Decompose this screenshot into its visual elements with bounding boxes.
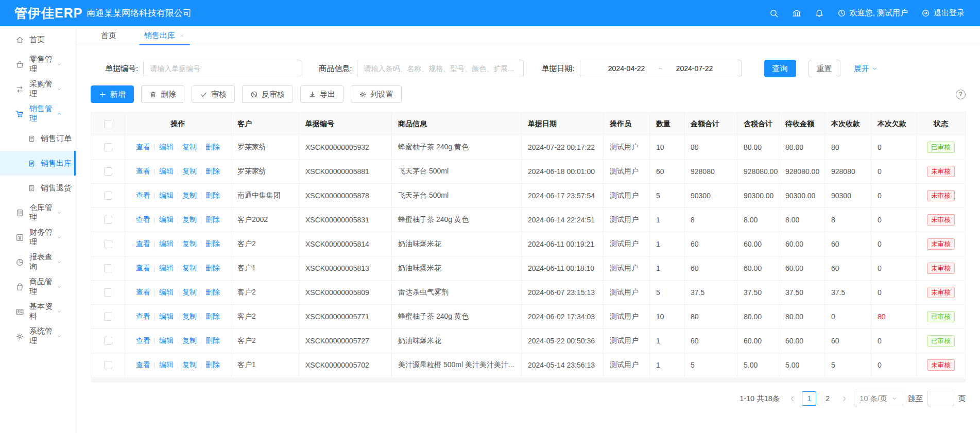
- 复制-link[interactable]: 复制: [182, 215, 197, 224]
- row-checkbox[interactable]: [104, 167, 112, 176]
- sidebar-item-报表查询[interactable]: 报表查询: [0, 250, 76, 274]
- 复制-link[interactable]: 复制: [182, 336, 197, 345]
- tab-销售出库[interactable]: 销售出库: [135, 26, 194, 45]
- 删除-link[interactable]: 删除: [205, 264, 220, 273]
- 编辑-link[interactable]: 编辑: [159, 143, 174, 152]
- row-checkbox[interactable]: [104, 361, 112, 369]
- row-checkbox[interactable]: [104, 313, 112, 321]
- sidebar-item-零售管理[interactable]: 零售管理: [0, 52, 76, 77]
- cell-_actions: 查看编辑复制删除: [125, 281, 231, 304]
- 查看-link[interactable]: 查看: [136, 143, 150, 152]
- expand-toggle[interactable]: 展开: [854, 64, 878, 74]
- 编辑-link[interactable]: 编辑: [159, 264, 174, 273]
- sidebar-subitem-销售退货[interactable]: 销售退货: [0, 176, 76, 200]
- 删除-link[interactable]: 删除: [205, 288, 220, 297]
- sidebar-item-采购管理[interactable]: 采购管理: [0, 77, 76, 101]
- sidebar-item-仓库管理[interactable]: 仓库管理: [0, 200, 76, 225]
- cell-_actions: 查看编辑复制删除: [125, 208, 231, 232]
- sidebar-item-销售管理[interactable]: 销售管理: [0, 101, 76, 126]
- sidebar-item-系统管理[interactable]: 系统管理: [0, 324, 76, 349]
- jump-input[interactable]: [927, 391, 954, 406]
- 编辑-link[interactable]: 编辑: [159, 312, 174, 321]
- 查看-link[interactable]: 查看: [136, 336, 150, 345]
- sidebar-item-基本资料[interactable]: 基本资料: [0, 299, 76, 324]
- 复制-link[interactable]: 复制: [182, 288, 197, 297]
- 复制-link[interactable]: 复制: [182, 167, 197, 176]
- 查看-link[interactable]: 查看: [136, 215, 150, 224]
- 查看-link[interactable]: 查看: [136, 312, 150, 321]
- bank-icon[interactable]: [792, 9, 801, 18]
- sidebar-item-财务管理[interactable]: 财务管理: [0, 225, 76, 250]
- 查看-link[interactable]: 查看: [136, 239, 150, 249]
- 删除-link[interactable]: 删除: [205, 191, 220, 200]
- 删除-link[interactable]: 删除: [205, 360, 220, 370]
- row-checkbox[interactable]: [104, 216, 112, 224]
- 查看-link[interactable]: 查看: [136, 264, 150, 273]
- search-button[interactable]: 查询: [764, 60, 796, 77]
- 复制-link[interactable]: 复制: [182, 239, 197, 249]
- cell-received: 5: [825, 353, 871, 377]
- help-icon[interactable]: ?: [956, 90, 966, 99]
- 查看-link[interactable]: 查看: [136, 167, 150, 176]
- 反审核-button[interactable]: 反审核: [242, 85, 293, 103]
- 删除-link[interactable]: 删除: [205, 239, 220, 249]
- 查看-link[interactable]: 查看: [136, 288, 150, 297]
- 列设置-button[interactable]: 列设置: [351, 85, 402, 103]
- 新增-button[interactable]: 新增: [91, 85, 134, 103]
- date-from[interactable]: 2024-04-22: [608, 64, 645, 73]
- sidebar-subitem-销售出库[interactable]: 销售出库: [0, 151, 76, 176]
- next-page-button[interactable]: [840, 395, 849, 402]
- 删除-link[interactable]: 删除: [205, 167, 220, 176]
- logout-button[interactable]: 退出登录: [921, 8, 965, 18]
- bill-no-input[interactable]: [143, 60, 301, 77]
- cell-received: 80: [825, 135, 871, 159]
- close-icon[interactable]: [179, 33, 185, 39]
- 编辑-link[interactable]: 编辑: [159, 239, 174, 249]
- 查看-link[interactable]: 查看: [136, 191, 150, 200]
- prev-page-button[interactable]: [788, 395, 797, 402]
- row-checkbox[interactable]: [104, 337, 112, 345]
- 复制-link[interactable]: 复制: [182, 312, 197, 321]
- row-checkbox[interactable]: [104, 288, 112, 297]
- reset-button[interactable]: 重置: [809, 60, 840, 77]
- 删除-link[interactable]: 删除: [205, 336, 220, 345]
- sidebar-subitem-销售订单[interactable]: 销售订单: [0, 126, 76, 151]
- main-area: 首页销售出库 单据编号: 商品信息: 单据日期: 2024-04-22 ~ 20…: [76, 26, 980, 433]
- bell-icon[interactable]: [815, 9, 824, 18]
- 复制-link[interactable]: 复制: [182, 191, 197, 200]
- date-range-picker[interactable]: 2024-04-22 ~ 2024-07-22: [580, 60, 742, 77]
- row-checkbox[interactable]: [104, 264, 112, 272]
- 编辑-link[interactable]: 编辑: [159, 191, 174, 200]
- sidebar-item-首页[interactable]: 首页: [0, 27, 76, 52]
- sidebar-item-商品管理[interactable]: 商品管理: [0, 274, 76, 299]
- tab-首页[interactable]: 首页: [92, 26, 126, 45]
- 查看-link[interactable]: 查看: [136, 360, 150, 370]
- 删除-link[interactable]: 删除: [205, 215, 220, 224]
- 复制-link[interactable]: 复制: [182, 143, 197, 152]
- product-info-input[interactable]: [357, 60, 524, 77]
- horizontal-scrollbar[interactable]: [91, 378, 966, 383]
- welcome-user[interactable]: 欢迎您, 测试用户: [837, 8, 908, 18]
- row-checkbox[interactable]: [104, 240, 112, 248]
- 删除-button[interactable]: 删除: [141, 85, 184, 103]
- welcome-text: 欢迎您, 测试用户: [850, 8, 908, 18]
- 编辑-link[interactable]: 编辑: [159, 360, 174, 370]
- 复制-link[interactable]: 复制: [182, 360, 197, 370]
- 编辑-link[interactable]: 编辑: [159, 215, 174, 224]
- page-number-2[interactable]: 2: [820, 391, 835, 406]
- 删除-link[interactable]: 删除: [205, 312, 220, 321]
- page-number-1[interactable]: 1: [802, 391, 816, 406]
- 审核-button[interactable]: 审核: [192, 85, 235, 103]
- row-checkbox[interactable]: [104, 143, 112, 151]
- 编辑-link[interactable]: 编辑: [159, 336, 174, 345]
- search-icon[interactable]: [769, 9, 779, 18]
- date-to[interactable]: 2024-07-22: [676, 64, 713, 73]
- row-checkbox[interactable]: [104, 192, 112, 200]
- page-size-select[interactable]: 10 条/页: [854, 391, 903, 406]
- 导出-button[interactable]: 导出: [300, 85, 343, 103]
- select-all-checkbox[interactable]: [104, 120, 112, 128]
- 编辑-link[interactable]: 编辑: [159, 288, 174, 297]
- 复制-link[interactable]: 复制: [182, 264, 197, 273]
- 编辑-link[interactable]: 编辑: [159, 167, 174, 176]
- 删除-link[interactable]: 删除: [205, 143, 220, 152]
